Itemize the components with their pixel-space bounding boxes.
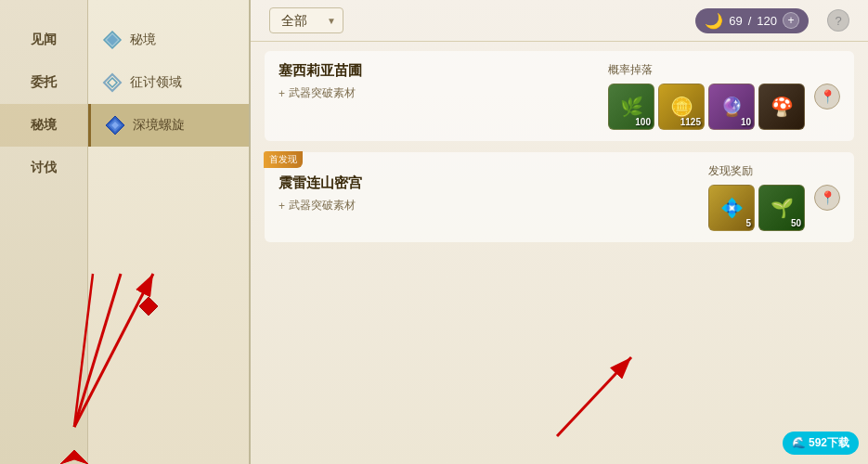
sidebar-item-label: 秘境 [31, 117, 57, 134]
stamina-plus-button[interactable]: + [783, 12, 799, 29]
stamina-separator: / [748, 14, 752, 28]
stamina-bar: 🌙 69 / 120 + [695, 8, 809, 33]
map-pin-icon: 📍 [820, 89, 836, 104]
sidebar-item-label: 委托 [31, 74, 57, 91]
help-button[interactable]: ? [827, 9, 849, 32]
reward-count-5: 5 [745, 218, 751, 228]
dungeon-list: 塞西莉亚苗圃 + 武器突破素材 概率掉落 🌿 100 🪙 [251, 42, 868, 464]
content-area: 全部 ▼ 🌙 69 / 120 + ? 塞西莉亚苗圃 [251, 0, 868, 464]
sidebar-item-weitu[interactable]: 委托 [0, 61, 87, 104]
sub-panel: 秘境 征讨领域 深境螺旋 [88, 0, 251, 464]
filter-dropdown[interactable]: 全部 [269, 7, 343, 33]
moon-icon: 🌙 [705, 12, 723, 30]
dungeon-card-cecilia[interactable]: 塞西莉亚苗圃 + 武器突破素材 概率掉落 🌿 100 🪙 [265, 51, 854, 141]
dungeon-cecilia-desc: + 武器突破素材 [279, 85, 608, 101]
reward-item-4: 🍄 [758, 84, 805, 130]
dungeon-zhenlian-name: 震雷连山密宫 [279, 174, 708, 192]
reward-count-6: 50 [791, 218, 801, 228]
reward-type-label: 概率掉落 [608, 62, 653, 78]
watermark-icon: 🌊 [792, 436, 806, 449]
filter-dropdown-wrapper: 全部 ▼ [269, 7, 343, 33]
top-bar: 全部 ▼ 🌙 69 / 120 + ? [251, 0, 868, 42]
map-pin-icon-2: 📍 [820, 190, 836, 205]
diamond-icon-shenjing [105, 115, 125, 135]
reward-item-2: 🪙 1125 [658, 84, 705, 130]
reward-count-2: 1125 [680, 117, 701, 127]
bullet-icon: + [279, 87, 285, 100]
reward-item-5: 💠 5 [708, 185, 755, 231]
sidebar-item-jianwen[interactable]: 见闻 [0, 19, 87, 61]
sidebar-item-taofa[interactable]: 讨伐 [0, 147, 87, 189]
reward-type-label-2: 发现奖励 [708, 163, 753, 179]
svg-marker-3 [108, 78, 117, 87]
dungeon-cecilia-rewards: 概率掉落 🌿 100 🪙 1125 🔮 10 [608, 62, 805, 130]
sidebar: 见闻 委托 秘境 讨伐 [0, 0, 88, 464]
watermark: 🌊 592下载 [783, 432, 859, 455]
sidebar-item-label: 见闻 [31, 32, 57, 48]
stamina-current: 69 [729, 14, 742, 28]
diamond-icon-zhengtu [102, 72, 123, 93]
reward-item-3: 🔮 10 [708, 84, 755, 130]
stamina-max: 120 [757, 14, 777, 28]
reward-item-1: 🌿 100 [608, 84, 654, 130]
reward-items-cecilia: 🌿 100 🪙 1125 🔮 10 🍄 [608, 84, 805, 130]
dungeon-zhenlian-info: 震雷连山密宫 + 武器突破素材 [279, 163, 708, 213]
reward-items-zhenlian: 💠 5 🌱 50 [708, 185, 805, 231]
dungeon-zhenlian-rewards: 发现奖励 💠 5 🌱 50 [708, 163, 805, 231]
main-container: 见闻 委托 秘境 讨伐 秘境 征讨领域 [0, 0, 868, 464]
reward-count-1: 100 [635, 117, 651, 127]
svg-marker-2 [104, 74, 121, 91]
dungeon-cecilia-info: 塞西莉亚苗圃 + 武器突破素材 [279, 62, 608, 101]
sidebar-item-jinjing[interactable]: 秘境 [0, 104, 87, 147]
reward-item-inner-4: 🍄 [759, 84, 804, 129]
diamond-icon-mijing [102, 30, 123, 50]
sub-nav-mijing-label: 秘境 [130, 32, 156, 48]
dungeon-zhenlian-desc: + 武器突破素材 [279, 198, 708, 213]
discovery-badge: 首发现 [264, 151, 303, 168]
dungeon-cecilia-name: 塞西莉亚苗圃 [279, 62, 608, 80]
sidebar-item-label: 讨伐 [31, 160, 57, 176]
bullet-icon-2: + [279, 200, 285, 213]
map-pin-zhenlian[interactable]: 📍 [814, 185, 840, 211]
reward-count-3: 10 [741, 117, 751, 127]
sub-nav-shenjing-label: 深境螺旋 [133, 117, 185, 134]
sub-nav-zhengtu[interactable]: 征讨领域 [88, 61, 249, 104]
reward-item-6: 🌱 50 [758, 185, 805, 231]
sub-nav-shenjing[interactable]: 深境螺旋 [88, 104, 249, 147]
dungeon-card-zhenlian[interactable]: 首发现 震雷连山密宫 + 武器突破素材 发现奖励 💠 5 [265, 152, 854, 242]
sub-nav-mijing[interactable]: 秘境 [88, 19, 249, 61]
map-pin-cecilia[interactable]: 📍 [814, 84, 840, 110]
sub-nav-zhengtu-label: 征讨领域 [130, 74, 182, 91]
